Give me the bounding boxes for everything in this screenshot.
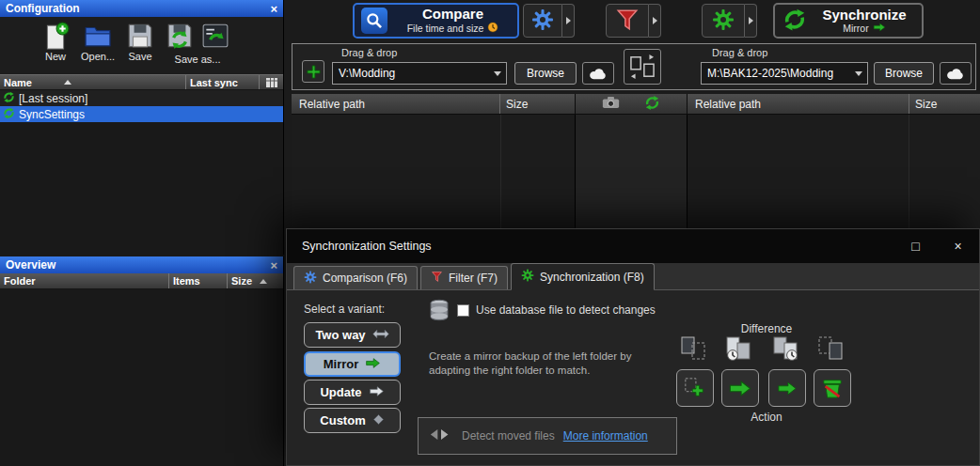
use-database-label: Use database file to detect changes <box>476 303 656 317</box>
column-header-relative-path[interactable]: Relative path <box>688 94 909 114</box>
configuration-titlebar: Configuration × <box>0 0 283 17</box>
left-folder-path: V:\Modding <box>339 67 395 80</box>
action-label: Action <box>691 411 842 424</box>
column-label: Relative path <box>695 98 761 111</box>
mirror-arrow-icon <box>873 23 886 35</box>
swap-sides-icon <box>628 54 656 79</box>
browse-label: Browse <box>885 67 923 80</box>
overview-title: Overview <box>6 258 55 272</box>
filter-settings-dropdown[interactable] <box>649 4 661 38</box>
variant-label: Custom <box>320 413 365 427</box>
column-label: Size <box>231 275 252 287</box>
column-header-last-sync[interactable]: Last sync <box>185 75 259 89</box>
column-header-name[interactable]: Name <box>0 77 185 88</box>
action-update-right-button[interactable] <box>721 369 759 407</box>
sync-arrows-icon <box>3 91 15 106</box>
comparison-settings-dropdown[interactable] <box>562 4 575 38</box>
recycle-bin-icon <box>821 377 844 399</box>
variant-update-button[interactable]: Update <box>304 380 401 405</box>
close-icon[interactable]: × <box>270 259 277 272</box>
right-folder-combo[interactable]: M:\BAK12-2025\Modding <box>701 62 868 85</box>
close-icon[interactable]: × <box>937 229 979 263</box>
two-way-arrows-icon <box>372 328 389 342</box>
save-as-icon <box>166 22 194 53</box>
configuration-list-header: Name Last sync <box>0 74 283 90</box>
update-arrow-icon <box>369 385 385 399</box>
column-label: Relative path <box>299 98 365 111</box>
folder-selection-bar: Drag & drop V:\Modding Browse Drag & dro… <box>292 43 976 90</box>
action-overwrite-right-button[interactable] <box>768 369 806 407</box>
chevron-down-icon <box>494 71 501 76</box>
tool-label: Save as... <box>175 54 221 65</box>
refresh-view-button[interactable] <box>644 95 660 114</box>
chevron-right-icon <box>749 17 753 24</box>
variant-label: Mirror <box>324 357 359 371</box>
column-config-button[interactable] <box>259 75 283 89</box>
use-database-checkbox[interactable] <box>457 304 469 317</box>
tab-synchronization[interactable]: Synchronization (F8) <box>511 263 655 290</box>
drag-drop-hint-left: Drag & drop <box>341 47 397 58</box>
tab-label: Comparison (F6) <box>323 272 407 285</box>
sync-settings-button[interactable] <box>702 4 745 38</box>
mirror-arrow-icon <box>365 357 381 371</box>
custom-diamond-icon <box>372 413 385 428</box>
variant-custom-button[interactable]: Custom <box>304 408 401 433</box>
config-row-syncsettings[interactable]: SyncSettings <box>0 106 283 122</box>
column-label: Folder <box>4 275 36 287</box>
maximize-icon[interactable]: □ <box>894 229 937 263</box>
close-icon[interactable]: × <box>270 3 277 15</box>
synchronize-button[interactable]: Synchronize Mirror <box>773 3 924 39</box>
tab-comparison[interactable]: Comparison (F6) <box>293 266 418 289</box>
left-cloud-button[interactable] <box>582 62 614 85</box>
database-icon <box>429 299 450 324</box>
detect-moved-files-option[interactable]: Detect moved files More information <box>418 417 677 455</box>
action-create-right-button[interactable] <box>676 369 714 407</box>
dialog-window-buttons: □ × <box>894 229 979 263</box>
left-folder-combo[interactable]: V:\Modding <box>332 62 507 85</box>
compare-variant: File time and size <box>407 22 499 36</box>
config-name: [Last session] <box>19 92 87 105</box>
right-cloud-button[interactable] <box>940 62 972 85</box>
camera-view-button[interactable] <box>602 96 620 112</box>
config-row-last-session[interactable]: [Last session] <box>0 90 283 106</box>
save-as-config-button[interactable]: Save as... <box>166 22 229 65</box>
column-header-size[interactable]: Size <box>227 273 283 288</box>
clock-icon <box>487 22 498 36</box>
compare-button[interactable]: Compare File time and size <box>353 3 519 39</box>
open-config-button[interactable]: Open... <box>81 22 115 62</box>
overview-panel: Overview × Folder Items Size <box>0 256 284 466</box>
swap-sides-button[interactable] <box>624 49 661 85</box>
settings-tabbar: Comparison (F6) Filter (F7) Synchronizat… <box>287 263 979 290</box>
new-config-button[interactable]: New <box>41 22 70 62</box>
variant-mirror-button[interactable]: Mirror <box>304 351 401 377</box>
synchronize-variant-label: Mirror <box>843 23 868 35</box>
configuration-title: Configuration <box>6 2 80 15</box>
sort-ascending-icon <box>64 80 71 85</box>
filter-settings-button[interactable] <box>606 4 649 38</box>
variant-label: Two way <box>315 328 365 342</box>
more-information-link[interactable]: More information <box>563 429 648 443</box>
new-icon <box>41 22 70 50</box>
comparison-settings-button[interactable] <box>523 4 562 38</box>
column-header-items[interactable]: Items <box>168 273 227 288</box>
magnifier-icon <box>361 8 387 34</box>
column-header-relative-path[interactable]: Relative path <box>292 94 499 114</box>
add-folder-pair-button[interactable] <box>302 60 324 83</box>
save-icon <box>126 22 154 50</box>
column-label: Size <box>915 98 937 111</box>
left-browse-button[interactable]: Browse <box>514 62 577 85</box>
action-delete-button[interactable] <box>814 369 851 407</box>
tab-filter[interactable]: Filter (F7) <box>420 266 508 289</box>
camera-icon <box>602 96 620 109</box>
right-browse-button[interactable]: Browse <box>874 62 934 85</box>
save-config-button[interactable]: Save <box>126 22 154 62</box>
variant-two-way-button[interactable]: Two way <box>304 322 401 348</box>
column-header-folder[interactable]: Folder <box>0 273 168 288</box>
column-header-size[interactable]: Size <box>909 94 980 114</box>
column-header-size[interactable]: Size <box>499 94 575 114</box>
config-name: SyncSettings <box>19 108 85 121</box>
sync-settings-dropdown[interactable] <box>745 4 757 38</box>
filter-funnel-icon <box>431 271 443 286</box>
right-folder-path: M:\BAK12-2025\Modding <box>707 67 833 80</box>
variant-section-label: Select a variant: <box>304 303 385 316</box>
